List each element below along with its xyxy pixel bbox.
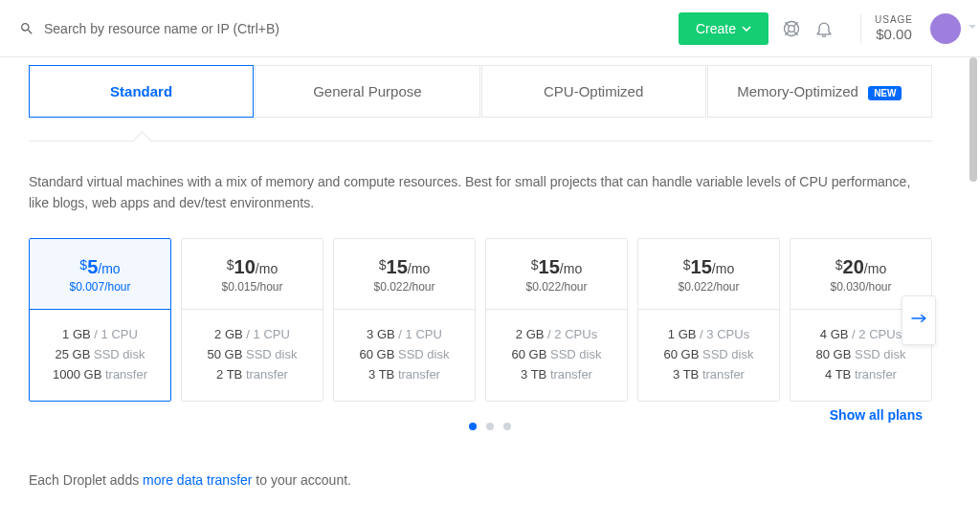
tab-cpu-optimized[interactable]: CPU-Optimized xyxy=(481,65,706,118)
plan-card[interactable]: $10/mo $0.015/hour 2 GB / 1 CPU 50 GB SS… xyxy=(181,238,323,401)
plan-card[interactable]: $5/mo $0.007/hour 1 GB / 1 CPU 25 GB SSD… xyxy=(29,238,171,401)
new-badge: NEW xyxy=(868,86,902,100)
arrow-right-icon xyxy=(910,312,927,325)
tab-standard[interactable]: Standard xyxy=(29,65,254,118)
scroll-right-button[interactable] xyxy=(902,295,936,345)
plan-card[interactable]: $15/mo $0.022/hour 2 GB / 2 CPUs 60 GB S… xyxy=(485,238,628,401)
svg-point-1 xyxy=(789,25,795,32)
plan-card[interactable]: $15/mo $0.022/hour 1 GB / 3 CPUs 60 GB S… xyxy=(637,238,780,401)
plan-price: $15/mo $0.022/hour xyxy=(638,239,779,310)
create-label: Create xyxy=(696,21,736,36)
plan-description: Standard virtual machines with a mix of … xyxy=(29,172,932,213)
plan-card[interactable]: $15/mo $0.022/hour 3 GB / 1 CPU 60 GB SS… xyxy=(333,238,476,401)
dot-2[interactable] xyxy=(486,423,494,430)
bell-icon[interactable] xyxy=(814,19,834,38)
plan-specs: 3 GB / 1 CPU 60 GB SSD disk 3 TB transfe… xyxy=(334,310,475,400)
usage-amount: $0.00 xyxy=(875,26,913,43)
carousel-dots xyxy=(29,423,951,430)
plan-specs: 2 GB / 2 CPUs 60 GB SSD disk 3 TB transf… xyxy=(486,310,627,400)
search-input[interactable] xyxy=(44,21,331,36)
tab-indicator xyxy=(29,141,932,142)
plan-price: $15/mo $0.022/hour xyxy=(486,239,627,310)
plan-specs: 1 GB / 3 CPUs 60 GB SSD disk 3 TB transf… xyxy=(638,310,779,400)
scrollbar[interactable] xyxy=(969,57,977,182)
search-wrap xyxy=(19,21,679,36)
footnote-a: Each Droplet adds xyxy=(29,472,143,488)
show-all-plans-link[interactable]: Show all plans xyxy=(830,407,923,423)
search-icon xyxy=(19,21,34,36)
plan-price: $5/mo $0.007/hour xyxy=(30,239,170,310)
plan-specs: 2 GB / 1 CPU 50 GB SSD disk 2 TB transfe… xyxy=(182,310,323,400)
footnote-b: to your account. xyxy=(252,472,351,488)
create-button[interactable]: Create xyxy=(679,12,768,45)
dot-1[interactable] xyxy=(469,423,477,430)
usage-display: USAGE $0.00 xyxy=(875,14,913,43)
support-icon[interactable] xyxy=(782,19,801,38)
content: Standard General Purpose CPU-Optimized M… xyxy=(0,65,980,488)
chevron-down-icon xyxy=(742,26,751,32)
plan-price: $15/mo $0.022/hour xyxy=(334,239,475,310)
avatar[interactable] xyxy=(930,13,961,44)
more-data-transfer-link[interactable]: more data transfer xyxy=(143,472,252,488)
plan-type-tabs: Standard General Purpose CPU-Optimized M… xyxy=(29,65,932,118)
divider xyxy=(860,14,861,43)
plan-price: $10/mo $0.015/hour xyxy=(182,239,323,310)
plan-specs: 1 GB / 1 CPU 25 GB SSD disk 1000 GB tran… xyxy=(30,310,170,400)
tab-memory-optimized[interactable]: Memory-Optimized NEW xyxy=(707,65,932,118)
transfer-footnote: Each Droplet adds more data transfer to … xyxy=(29,472,951,488)
tab-general-purpose[interactable]: General Purpose xyxy=(255,65,479,118)
dot-3[interactable] xyxy=(503,423,511,430)
usage-label: USAGE xyxy=(875,14,913,26)
tab-memory-label: Memory-Optimized xyxy=(737,83,858,99)
topbar: Create USAGE $0.00 xyxy=(0,0,980,57)
plans-carousel: $5/mo $0.007/hour 1 GB / 1 CPU 25 GB SSD… xyxy=(29,238,932,401)
